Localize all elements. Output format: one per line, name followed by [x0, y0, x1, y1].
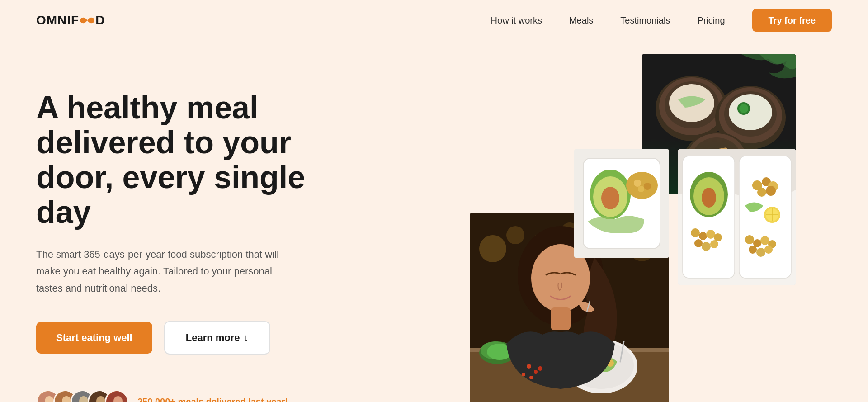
logo-text-prefix: OMNIF: [36, 13, 79, 28]
svg-point-56: [710, 240, 718, 248]
nav-link-meals[interactable]: Meals: [569, 15, 593, 25]
nav-item-testimonials[interactable]: Testimonials: [620, 15, 670, 26]
navbar: OMNIF D How it works Meals Testimonials …: [0, 0, 868, 41]
svg-point-100: [534, 370, 538, 374]
svg-point-25: [739, 104, 748, 113]
nav-item-pricing[interactable]: Pricing: [697, 15, 725, 26]
svg-point-49: [702, 188, 716, 208]
svg-point-72: [756, 248, 765, 257]
svg-rect-97: [551, 307, 571, 330]
nav-item-meals[interactable]: Meals: [569, 15, 593, 26]
logo-text-suffix: D: [95, 13, 105, 28]
svg-point-43: [638, 186, 644, 192]
hero-image-container-left: [574, 149, 669, 258]
hero-title: A healthy meal delivered to your door, e…: [36, 90, 362, 230]
hero-section: A healthy meal delivered to your door, e…: [0, 41, 868, 402]
start-eating-button[interactable]: Start eating well: [36, 322, 152, 354]
svg-point-71: [749, 246, 757, 254]
arrow-down-icon: ↓: [244, 332, 249, 344]
proof-text: 250,000+ meals delivered last year!: [137, 397, 288, 402]
learn-more-label: Learn more: [186, 332, 240, 344]
social-proof: 250,000+ meals delivered last year!: [36, 390, 362, 402]
nav-link-pricing[interactable]: Pricing: [697, 15, 725, 25]
nav-item-cta[interactable]: Try for free: [752, 15, 832, 26]
logo[interactable]: OMNIF D: [36, 13, 105, 28]
svg-point-69: [760, 236, 769, 245]
hero-subtitle: The smart 365-days-per-year food subscri…: [36, 246, 298, 297]
nav-cta-button[interactable]: Try for free: [752, 9, 832, 32]
nav-item-how-it-works[interactable]: How it works: [491, 15, 542, 26]
svg-point-75: [479, 235, 506, 262]
svg-point-40: [634, 180, 641, 187]
nav-link-testimonials[interactable]: Testimonials: [620, 15, 670, 25]
svg-point-101: [522, 373, 525, 376]
svg-point-41: [641, 177, 647, 183]
proof-suffix: meals delivered last year!: [175, 397, 288, 402]
svg-point-39: [626, 172, 658, 199]
learn-more-button[interactable]: Learn more ↓: [165, 322, 269, 354]
svg-point-62: [766, 186, 776, 196]
svg-point-61: [757, 188, 766, 197]
nav-links: How it works Meals Testimonials Pricing …: [491, 15, 832, 26]
svg-point-54: [694, 239, 703, 247]
svg-point-76: [506, 226, 524, 244]
hero-buttons: Start eating well Learn more ↓: [36, 322, 362, 354]
svg-point-50: [691, 228, 700, 237]
svg-point-55: [702, 242, 711, 251]
hero-content: A healthy meal delivered to your door, e…: [36, 68, 362, 402]
avatar-group: [36, 390, 128, 402]
svg-point-38: [601, 187, 619, 209]
svg-point-102: [538, 366, 542, 371]
proof-count: 250,000+: [137, 397, 175, 402]
svg-point-67: [745, 235, 754, 244]
svg-point-23: [729, 94, 772, 130]
svg-point-103: [529, 376, 533, 379]
nav-link-how-it-works[interactable]: How it works: [491, 15, 542, 25]
avatar: [105, 390, 128, 402]
hero-images: [461, 41, 868, 402]
svg-point-99: [527, 364, 531, 369]
svg-point-42: [644, 183, 651, 190]
infinity-icon: [80, 16, 94, 25]
hero-image-container-right: [678, 149, 796, 285]
svg-point-51: [699, 232, 707, 240]
svg-point-73: [764, 246, 773, 254]
